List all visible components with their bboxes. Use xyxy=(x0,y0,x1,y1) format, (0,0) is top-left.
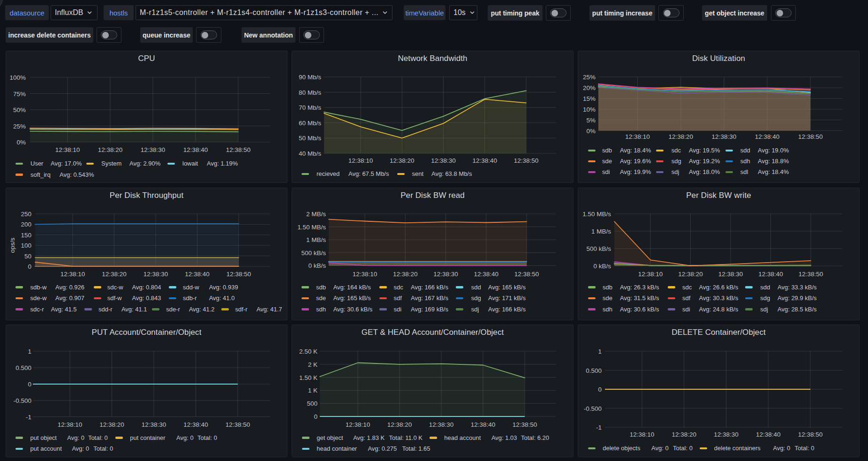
svg-text:12:38:10: 12:38:10 xyxy=(638,271,663,278)
svg-text:20%: 20% xyxy=(583,84,596,91)
svg-text:12:38:30: 12:38:30 xyxy=(712,133,737,140)
svg-text:12:38:10: 12:38:10 xyxy=(348,157,373,164)
svg-text:12:38:10: 12:38:10 xyxy=(346,421,370,428)
svg-text:50 Mb/s: 50 Mb/s xyxy=(299,135,321,142)
svg-text:12:38:30: 12:38:30 xyxy=(433,271,458,278)
svg-text:ops/s: ops/s xyxy=(9,238,16,253)
svg-text:250: 250 xyxy=(21,211,31,218)
svg-text:2 MB/s: 2 MB/s xyxy=(306,211,326,218)
svg-text:12:38:30: 12:38:30 xyxy=(141,146,166,153)
svg-text:12:38:40: 12:38:40 xyxy=(755,133,780,140)
svg-text:15%: 15% xyxy=(583,95,596,102)
svg-text:60 Mb/s: 60 Mb/s xyxy=(299,120,321,127)
svg-text:70 Mb/s: 70 Mb/s xyxy=(299,104,321,111)
svg-text:40 Mb/s: 40 Mb/s xyxy=(299,150,321,157)
svg-text:1.50 MB/s: 1.50 MB/s xyxy=(582,211,611,218)
svg-text:80 Mb/s: 80 Mb/s xyxy=(299,89,321,96)
svg-text:90 Mb/s: 90 Mb/s xyxy=(299,74,321,81)
svg-text:25%: 25% xyxy=(583,74,596,81)
svg-text:0%: 0% xyxy=(586,128,596,135)
svg-text:-0.500: -0.500 xyxy=(14,397,31,404)
svg-text:1 K: 1 K xyxy=(308,387,317,394)
svg-text:12:38:30: 12:38:30 xyxy=(429,421,454,428)
svg-text:150: 150 xyxy=(21,232,31,239)
svg-text:1.50 K: 1.50 K xyxy=(299,374,317,381)
svg-text:1: 1 xyxy=(598,348,602,355)
svg-text:50: 50 xyxy=(24,253,31,260)
svg-text:12:38:50: 12:38:50 xyxy=(513,421,537,428)
svg-text:12:38:50: 12:38:50 xyxy=(514,157,539,164)
svg-text:12:38:50: 12:38:50 xyxy=(798,431,823,438)
svg-text:12:38:50: 12:38:50 xyxy=(226,421,250,428)
svg-text:12:38:20: 12:38:20 xyxy=(99,421,124,428)
svg-text:100: 100 xyxy=(21,242,31,249)
svg-text:2 K: 2 K xyxy=(308,361,317,368)
svg-text:12:38:40: 12:38:40 xyxy=(758,271,783,278)
svg-text:12:38:40: 12:38:40 xyxy=(183,421,208,428)
svg-text:100%: 100% xyxy=(9,74,26,81)
svg-text:0: 0 xyxy=(28,381,31,388)
svg-text:12:38:20: 12:38:20 xyxy=(393,271,418,278)
svg-text:12:38:40: 12:38:40 xyxy=(185,271,210,278)
svg-text:12:38:40: 12:38:40 xyxy=(471,421,496,428)
svg-text:0.500: 0.500 xyxy=(15,364,31,371)
svg-text:12:38:20: 12:38:20 xyxy=(672,431,696,438)
svg-text:12:38:10: 12:38:10 xyxy=(55,146,80,153)
svg-text:12:38:10: 12:38:10 xyxy=(58,421,83,428)
svg-text:500 kB/s: 500 kB/s xyxy=(301,249,326,257)
svg-text:12:38:20: 12:38:20 xyxy=(102,271,127,278)
svg-text:1: 1 xyxy=(28,348,31,355)
svg-text:0: 0 xyxy=(598,386,602,393)
svg-text:12:38:40: 12:38:40 xyxy=(183,146,208,153)
svg-text:0%: 0% xyxy=(16,139,26,146)
svg-text:-1: -1 xyxy=(596,424,602,431)
svg-text:25%: 25% xyxy=(13,123,26,130)
svg-text:12:38:50: 12:38:50 xyxy=(226,271,251,278)
svg-text:12:38:40: 12:38:40 xyxy=(756,431,781,438)
svg-text:500 kB/s: 500 kB/s xyxy=(586,245,611,252)
svg-text:1 MB/s: 1 MB/s xyxy=(306,236,326,243)
svg-text:500: 500 xyxy=(307,400,317,407)
svg-text:12:38:20: 12:38:20 xyxy=(678,271,703,278)
svg-text:12:38:50: 12:38:50 xyxy=(799,271,823,278)
svg-text:0 kB/s: 0 kB/s xyxy=(593,263,611,270)
svg-text:0.500: 0.500 xyxy=(586,367,602,374)
svg-text:-0.500: -0.500 xyxy=(584,405,602,412)
svg-text:12:38:10: 12:38:10 xyxy=(630,431,655,438)
svg-text:50%: 50% xyxy=(13,106,26,113)
svg-text:12:38:50: 12:38:50 xyxy=(514,271,539,278)
svg-text:12:38:30: 12:38:30 xyxy=(143,271,168,278)
svg-text:12:38:20: 12:38:20 xyxy=(390,157,415,164)
svg-text:10%: 10% xyxy=(583,106,596,113)
svg-text:75%: 75% xyxy=(13,91,26,98)
svg-text:1.50 MB/s: 1.50 MB/s xyxy=(297,224,326,231)
svg-text:12:38:10: 12:38:10 xyxy=(353,271,377,278)
svg-text:5%: 5% xyxy=(586,117,596,124)
svg-text:0: 0 xyxy=(28,263,31,270)
svg-text:12:38:20: 12:38:20 xyxy=(387,421,412,428)
svg-text:12:38:50: 12:38:50 xyxy=(226,146,251,153)
svg-text:12:38:30: 12:38:30 xyxy=(142,421,166,428)
svg-text:12:38:30: 12:38:30 xyxy=(714,431,739,438)
svg-text:12:38:10: 12:38:10 xyxy=(625,133,650,140)
svg-text:12:38:20: 12:38:20 xyxy=(98,146,123,153)
svg-text:0 kB/s: 0 kB/s xyxy=(308,262,326,269)
svg-text:12:38:20: 12:38:20 xyxy=(668,133,693,140)
svg-text:12:38:40: 12:38:40 xyxy=(472,157,497,164)
svg-text:12:38:30: 12:38:30 xyxy=(718,271,743,278)
svg-text:0: 0 xyxy=(314,413,317,420)
svg-text:12:38:30: 12:38:30 xyxy=(431,157,456,164)
svg-text:12:38:10: 12:38:10 xyxy=(60,271,85,278)
svg-text:1 MB/s: 1 MB/s xyxy=(591,228,611,235)
svg-text:-1: -1 xyxy=(26,414,31,421)
svg-text:2.50 K: 2.50 K xyxy=(299,348,317,355)
svg-text:12:38:40: 12:38:40 xyxy=(474,271,498,278)
svg-text:12:38:50: 12:38:50 xyxy=(798,133,823,140)
svg-text:200: 200 xyxy=(21,221,31,228)
